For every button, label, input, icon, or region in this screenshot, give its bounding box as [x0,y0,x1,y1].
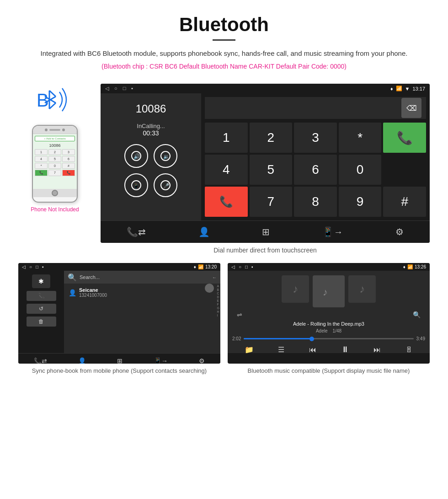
music-playlist-button[interactable]: ☰ [278,345,284,354]
back-btn[interactable]: ◁ [105,86,109,91]
svg-text:🔊: 🔊 [133,153,140,160]
pb-search-text: Search... [80,274,100,280]
phone-mockup: + Add to Contacts 10086 1 2 3 4 5 6 * 0 … [32,125,78,203]
num-key-star[interactable]: * [339,123,382,153]
num-key-7[interactable]: 7 [250,187,293,217]
car-toolbar: 📞⇄ 👤 ⊞ 📱→ ⚙ [101,220,430,243]
music-screen: ◁ ○ □ ▪ ♦ 📶 13:26 ♪ [228,263,430,364]
main-content: B + Add to Contacts 10086 [0,84,448,261]
num-key-8[interactable]: 8 [294,187,337,217]
phone-not-included-label: Phone Not Included [31,206,79,213]
num-key-0[interactable]: 0 [339,155,382,185]
home-btn[interactable]: ○ [114,86,117,91]
phone-key-6: 6 [62,156,75,162]
recent-btn[interactable]: □ [123,86,126,91]
music-folder-button[interactable]: 📁 [245,345,254,354]
num-key-hash[interactable]: # [383,187,426,217]
music-time-total: 3:49 [416,336,425,341]
music-side-controls: ⇌ 🔍 [232,311,425,318]
page-description: Integrated with BC6 Bluetooth module, su… [27,48,421,59]
phonebook-call-btn[interactable]: 📞 [27,291,56,301]
shuffle-button[interactable]: ⇌ [237,311,242,318]
num-key-3[interactable]: 3 [294,123,337,153]
backspace-button[interactable]: ⌫ [401,98,421,118]
bluetooth-graphic: B [32,84,78,116]
pb-contact-item[interactable]: 👤 Seicane 13241007000 [64,284,220,301]
status-time: 13:17 [412,86,425,91]
pb-back-arrow[interactable]: ← [212,275,217,280]
svg-line-2 [49,91,56,97]
volume-up-button[interactable]: 🔊 [124,144,148,168]
play-pause-button[interactable]: ⏸ [341,345,349,354]
music-time: 13:26 [415,264,426,269]
prev-track-button[interactable]: ⏮ [309,346,316,354]
pb-recent[interactable]: □ [36,264,38,269]
toolbar-transfer[interactable]: 📱→ [317,225,348,239]
toolbar-contacts[interactable]: 👤 [193,225,215,239]
page-title: Bluetooth [27,14,421,36]
pb-toolbar-transfer[interactable]: 📱→ [148,355,173,364]
next-track-button[interactable]: ⏭ [373,346,381,354]
status-right: ♦ 📶 ▼ 13:17 [390,86,425,91]
transfer-button[interactable]: 📱 [124,173,148,197]
num-key-2[interactable]: 2 [250,123,293,153]
call-status: InCalling... 00:33 [137,123,165,137]
phone-bottom [33,189,77,197]
svg-text:B: B [37,90,49,110]
page-header: Bluetooth Integrated with BC6 Bluetooth … [0,0,448,84]
music-note-icon: ♪ [319,282,338,301]
toolbar-phone[interactable]: 📞⇄ [121,225,151,239]
pb-toolbar-phone[interactable]: 📞⇄ [28,355,53,364]
phone-key-end: 📞 [62,170,75,176]
music-back[interactable]: ◁ [231,264,235,269]
music-home[interactable]: ○ [239,264,241,269]
num-key-6[interactable]: 6 [294,155,337,185]
svg-line-5 [49,103,56,109]
music-progress-fill [244,338,311,339]
phonebook-sync-btn[interactable]: ↺ [27,304,56,314]
num-key-1[interactable]: 1 [205,123,248,153]
music-caption: Bluetooth music compatible (Support disp… [228,366,430,376]
search-music-button[interactable]: 🔍 [413,311,421,318]
pb-toolbar-settings[interactable]: ⚙ [193,355,210,364]
contact-phone: 13241007000 [79,293,107,298]
scrollbar-thumb[interactable] [205,284,214,293]
bluetooth-icon: ✱ [32,274,50,288]
music-time-current: 2:02 [232,336,241,341]
pb-toolbar-dialpad[interactable]: ⊞ [112,355,128,364]
svg-rect-14 [319,282,338,301]
music-screen-wrap: ◁ ○ □ ▪ ♦ 📶 13:26 ♪ [228,263,430,376]
phone-speaker [49,129,60,131]
svg-text:♪: ♪ [323,286,328,298]
end-call-button[interactable]: 📞 [205,187,248,217]
equalizer-button[interactable]: 🎚 [405,346,413,354]
call-button[interactable]: 📞 [383,123,426,153]
num-key-9[interactable]: 9 [339,187,382,217]
volume-down-button[interactable]: 🔉 [154,144,177,168]
alphabet-index: A B C D E F G H I [216,284,220,318]
toolbar-settings[interactable]: ⚙ [390,225,409,239]
pb-home[interactable]: ○ [29,264,32,269]
car-status-bar: ◁ ○ □ ▪ ♦ 📶 ▼ 13:17 [101,84,430,93]
toolbar-dialpad[interactable]: ⊞ [256,225,275,239]
music-recent[interactable]: □ [245,264,248,269]
music-notif: ▪ [251,264,253,269]
phone-key-2: 2 [48,149,61,155]
music-content: ♪ ♪ ♪ ⇌ 🔍 Adele - Rolling In the Deep.mp… [228,271,430,353]
phone-key-4: 4 [35,156,48,162]
pb-toolbar-contacts[interactable]: 👤 [73,355,91,364]
phonebook-delete-btn[interactable]: 🗑 [27,317,56,327]
music-progress-bar[interactable] [244,338,413,339]
album-art-right: ♪ [348,275,376,303]
album-art-left: ♪ [282,275,309,303]
mute-button[interactable]: 🎤 [154,173,177,197]
call-timer: 00:33 [137,129,165,137]
svg-text:🔉: 🔉 [163,153,170,160]
num-key-4[interactable]: 4 [205,155,248,185]
numpad: 1 2 3 * 📞 4 5 6 0 📞 7 8 9 # [205,123,426,217]
music-status-right: ♦ 📶 13:26 [403,264,426,269]
music-playback-controls: 📁 ☰ ⏮ ⏸ ⏭ 🎚 [232,345,425,354]
phone-key-call: 📞 [35,170,48,176]
num-key-5[interactable]: 5 [250,155,293,185]
pb-back[interactable]: ◁ [22,264,26,269]
